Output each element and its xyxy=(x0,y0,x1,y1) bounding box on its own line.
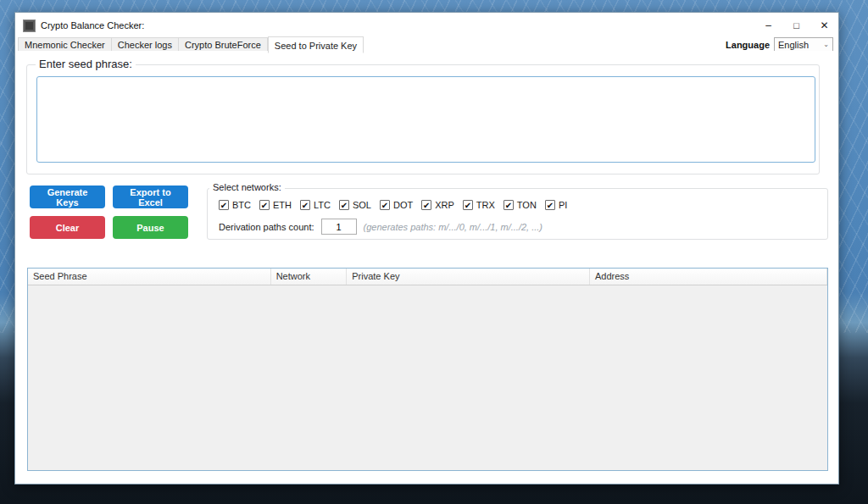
language-selector: Language English ⌄ xyxy=(726,37,833,52)
network-checkbox-eth[interactable]: ✔ETH xyxy=(259,200,292,210)
minimize-button[interactable]: – xyxy=(754,14,782,36)
network-checkbox-xrp[interactable]: ✔XRP xyxy=(421,200,454,210)
network-checkbox-ton[interactable]: ✔TON xyxy=(504,200,537,210)
window-controls: – □ ✕ xyxy=(754,14,838,36)
close-button[interactable]: ✕ xyxy=(810,14,838,36)
column-header-network[interactable]: Network xyxy=(271,269,348,285)
network-checkbox-sol[interactable]: ✔SOL xyxy=(339,200,371,210)
checkbox-label: XRP xyxy=(435,200,454,210)
seed-phrase-input[interactable] xyxy=(36,76,815,163)
checkbox-checked-icon: ✔ xyxy=(545,200,555,210)
column-header-private-key[interactable]: Private Key xyxy=(347,269,590,285)
results-table[interactable]: Seed PhraseNetworkPrivate KeyAddress xyxy=(27,268,828,471)
checkbox-checked-icon: ✔ xyxy=(219,200,229,210)
tab-seed-to-private-key[interactable]: Seed to Private Key xyxy=(268,36,364,53)
app-window: Crypto Balance Checker: – □ ✕ Mnemonic C… xyxy=(14,12,839,485)
pause-button[interactable]: Pause xyxy=(113,216,188,239)
derivation-paths-count-input[interactable] xyxy=(321,219,357,235)
derivation-paths-hint: (generates paths: m/.../0, m/.../1, m/..… xyxy=(364,222,543,232)
language-selected-value: English xyxy=(778,40,823,50)
network-checkbox-trx[interactable]: ✔TRX xyxy=(463,200,495,210)
checkbox-label: PI xyxy=(559,200,567,210)
checkbox-checked-icon: ✔ xyxy=(259,200,270,210)
table-header: Seed PhraseNetworkPrivate KeyAddress xyxy=(28,269,827,285)
app-icon xyxy=(23,19,36,32)
checkbox-checked-icon: ✔ xyxy=(300,200,310,210)
generate-keys-button[interactable]: Generate Keys xyxy=(30,186,105,208)
seed-phrase-group-label: Enter seed phrase: xyxy=(36,58,136,70)
checkbox-label: TON xyxy=(517,200,537,210)
network-options: ✔BTC✔ETH✔LTC✔SOL✔DOT✔XRP✔TRX✔TON✔PI xyxy=(219,200,567,210)
column-header-seed-phrase[interactable]: Seed Phrase xyxy=(28,269,271,285)
network-checkbox-btc[interactable]: ✔BTC xyxy=(219,200,251,210)
tab-page-seed-to-private-key: Enter seed phrase: Generate Keys Export … xyxy=(15,51,838,484)
checkbox-checked-icon: ✔ xyxy=(463,200,473,210)
select-networks-group-label: Select networks: xyxy=(209,182,285,192)
checkbox-label: DOT xyxy=(393,200,413,210)
column-header-address[interactable]: Address xyxy=(590,269,827,285)
checkbox-checked-icon: ✔ xyxy=(504,200,514,210)
checkbox-checked-icon: ✔ xyxy=(421,200,431,210)
clear-button[interactable]: Clear xyxy=(30,216,105,239)
checkbox-checked-icon: ✔ xyxy=(380,200,390,210)
checkbox-checked-icon: ✔ xyxy=(339,200,349,210)
window-title: Crypto Balance Checker: xyxy=(41,20,144,30)
table-body[interactable] xyxy=(28,285,827,470)
title-bar[interactable]: Crypto Balance Checker: – □ ✕ xyxy=(15,13,838,36)
maximize-button[interactable]: □ xyxy=(782,14,810,36)
network-checkbox-dot[interactable]: ✔DOT xyxy=(380,200,413,210)
language-label: Language xyxy=(726,40,770,50)
language-dropdown[interactable]: English ⌄ xyxy=(774,37,833,52)
checkbox-label: BTC xyxy=(232,200,251,210)
checkbox-label: TRX xyxy=(476,200,495,210)
export-to-excel-button[interactable]: Export to Excel xyxy=(113,186,188,208)
checkbox-label: SOL xyxy=(353,200,371,210)
derivation-paths-row: Derivation paths count: (generates paths… xyxy=(219,219,542,235)
network-checkbox-pi[interactable]: ✔PI xyxy=(545,200,567,210)
checkbox-label: LTC xyxy=(314,200,331,210)
network-checkbox-ltc[interactable]: ✔LTC xyxy=(300,200,331,210)
checkbox-label: ETH xyxy=(273,200,292,210)
derivation-paths-label: Derivation paths count: xyxy=(219,222,314,232)
chevron-down-icon: ⌄ xyxy=(823,42,829,48)
